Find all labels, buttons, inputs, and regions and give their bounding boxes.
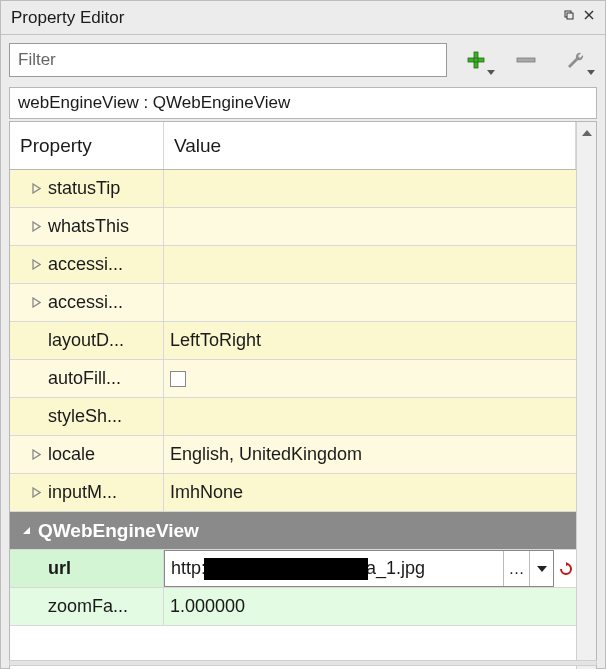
header-value[interactable]: Value <box>164 122 576 169</box>
class-group-qwebengineview[interactable]: QWebEngineView <box>10 512 576 550</box>
property-name: url <box>48 558 71 579</box>
add-dynamic-property-button[interactable] <box>455 43 497 77</box>
property-name: inputM... <box>48 482 117 503</box>
property-row-locale[interactable]: locale English, UnitedKingdom <box>10 436 576 474</box>
chevron-down-icon <box>587 70 595 75</box>
expand-toggle[interactable] <box>30 183 42 194</box>
header-property[interactable]: Property <box>10 122 164 169</box>
svg-rect-8 <box>517 58 535 62</box>
reset-property-button[interactable] <box>556 562 576 576</box>
property-row-autofill[interactable]: autoFill... <box>10 360 576 398</box>
property-name: whatsThis <box>48 216 129 237</box>
expand-toggle[interactable] <box>30 487 42 498</box>
window-title: Property Editor <box>11 8 563 28</box>
svg-marker-15 <box>23 527 30 534</box>
wrench-icon <box>564 49 588 71</box>
property-row-inputmethodhints[interactable]: inputM... ImhNone <box>10 474 576 512</box>
titlebar: Property Editor <box>1 1 605 35</box>
dropdown-button[interactable] <box>529 551 553 586</box>
property-row-statustip[interactable]: statusTip <box>10 170 576 208</box>
bottom-strip <box>9 660 597 666</box>
property-name: zoomFa... <box>48 596 128 617</box>
property-row-url[interactable]: url http: a_1.jpg … <box>10 550 576 588</box>
property-value: 1.000000 <box>170 596 245 617</box>
filter-input[interactable] <box>9 43 447 77</box>
expand-toggle[interactable] <box>30 297 42 308</box>
chevron-up-icon <box>582 130 592 136</box>
url-prefix: http: <box>165 558 206 579</box>
svg-rect-5 <box>468 58 484 62</box>
svg-rect-1 <box>567 13 573 19</box>
toolbar <box>1 35 605 81</box>
svg-marker-14 <box>33 488 40 497</box>
expand-toggle[interactable] <box>30 259 42 270</box>
object-class-bar[interactable]: webEngineView : QWebEngineView <box>9 87 597 119</box>
expand-toggle[interactable] <box>30 449 42 460</box>
property-name: styleSh... <box>48 406 122 427</box>
svg-marker-9 <box>33 184 40 193</box>
remove-dynamic-property-button[interactable] <box>505 43 547 77</box>
checkbox[interactable] <box>170 371 186 387</box>
property-name: statusTip <box>48 178 120 199</box>
chevron-down-icon <box>487 70 495 75</box>
svg-marker-11 <box>33 260 40 269</box>
property-name: autoFill... <box>48 368 121 389</box>
property-row-whatsthis[interactable]: whatsThis <box>10 208 576 246</box>
property-name: layoutD... <box>48 330 124 351</box>
property-row-stylesheet[interactable]: styleSh... <box>10 398 576 436</box>
collapse-toggle[interactable] <box>20 525 32 536</box>
float-icon[interactable] <box>563 9 575 21</box>
url-editor[interactable]: http: a_1.jpg … <box>164 550 554 587</box>
minus-icon <box>514 49 538 71</box>
property-grid: Property Value statusTip whatsThis <box>9 121 597 669</box>
vertical-scrollbar[interactable] <box>576 122 596 669</box>
column-headers: Property Value <box>10 122 576 170</box>
configure-button[interactable] <box>555 43 597 77</box>
property-row-layoutdirection[interactable]: layoutD... LeftToRight <box>10 322 576 360</box>
property-row-zoomfactor[interactable]: zoomFa... 1.000000 <box>10 588 576 626</box>
close-icon[interactable] <box>583 9 595 21</box>
property-row-accessiblename[interactable]: accessi... <box>10 246 576 284</box>
scroll-up-button[interactable] <box>577 122 596 144</box>
object-class-label: webEngineView : QWebEngineView <box>18 93 290 113</box>
svg-marker-10 <box>33 222 40 231</box>
property-value: ImhNone <box>170 482 243 503</box>
property-name: accessi... <box>48 254 123 275</box>
chevron-down-icon <box>537 566 547 572</box>
expand-toggle[interactable] <box>30 221 42 232</box>
redacted-segment <box>204 558 368 580</box>
property-editor-window: Property Editor <box>0 0 606 669</box>
svg-marker-12 <box>33 298 40 307</box>
property-value: LeftToRight <box>170 330 261 351</box>
property-value: English, UnitedKingdom <box>170 444 362 465</box>
class-group-label: QWebEngineView <box>38 520 199 542</box>
property-row-accessibledesc[interactable]: accessi... <box>10 284 576 322</box>
property-name: locale <box>48 444 95 465</box>
svg-marker-13 <box>33 450 40 459</box>
url-suffix: a_1.jpg <box>366 558 503 579</box>
ellipsis-button[interactable]: … <box>503 551 529 586</box>
property-name: accessi... <box>48 292 123 313</box>
plus-icon <box>465 49 487 71</box>
